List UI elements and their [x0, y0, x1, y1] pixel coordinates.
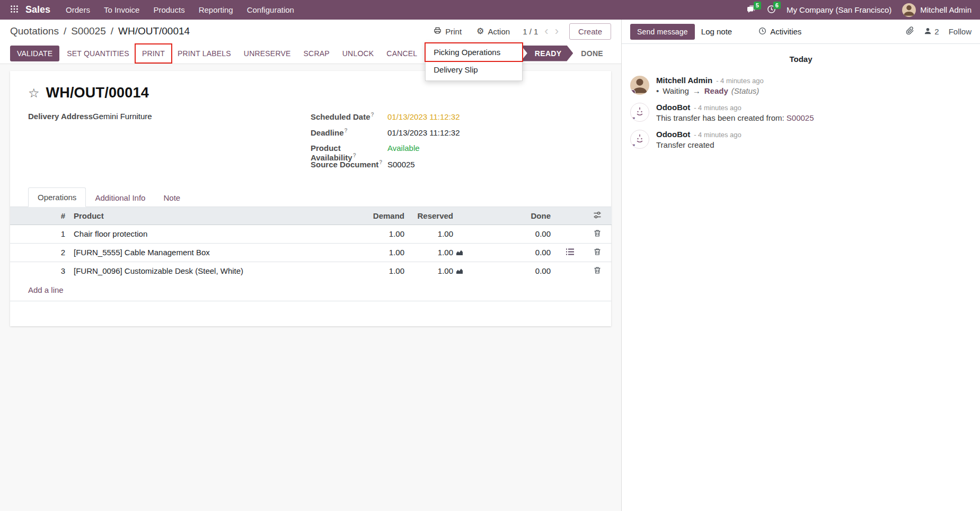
- chatter-toolbar: Send message Log note Activities: [622, 20, 980, 44]
- current-app-name[interactable]: Sales: [25, 4, 50, 15]
- col-header-num: #: [10, 207, 69, 225]
- messages-button[interactable]: 5: [747, 5, 756, 15]
- col-header-done[interactable]: Done: [470, 207, 557, 225]
- scheduled-date-label: Scheduled Date?: [311, 112, 387, 121]
- demand-cell[interactable]: 1.00: [324, 262, 409, 280]
- reserved-cell[interactable]: 1.00: [438, 229, 453, 238]
- printer-icon: [434, 26, 442, 36]
- breadcrumb-quotations[interactable]: Quotations: [10, 25, 59, 37]
- col-header-reserved[interactable]: Reserved: [409, 207, 470, 225]
- table-header-row: # Product Demand Reserved Done: [10, 207, 612, 225]
- nav-menu-to-invoice[interactable]: To Invoice: [97, 0, 147, 20]
- nav-menu-reporting[interactable]: Reporting: [192, 0, 240, 20]
- breadcrumb-sale-order[interactable]: S00025: [59, 25, 106, 37]
- status-step-ready[interactable]: READY: [521, 46, 573, 61]
- cancel-button[interactable]: CANCEL: [381, 46, 422, 61]
- print-menu-label: Print: [445, 27, 462, 36]
- breadcrumb-current: WH/OUT/00014: [106, 25, 190, 37]
- col-header-demand[interactable]: Demand: [324, 207, 409, 225]
- delete-row-icon[interactable]: [594, 266, 601, 274]
- demand-cell[interactable]: 1.00: [324, 243, 409, 262]
- product-cell[interactable]: [FURN_5555] Cable Management Box: [69, 243, 324, 262]
- deadline-value[interactable]: 01/13/2023 11:12:32: [387, 128, 460, 137]
- company-switcher[interactable]: My Company (San Francisco): [787, 5, 891, 14]
- forecast-chart-icon[interactable]: [456, 268, 463, 274]
- follow-button[interactable]: Follow: [949, 27, 972, 36]
- favorite-star-icon[interactable]: ☆: [28, 87, 40, 100]
- forecast-chart-icon[interactable]: [456, 249, 463, 256]
- reserved-cell[interactable]: 1.00: [438, 248, 453, 257]
- print-menu-button[interactable]: Print: [431, 24, 464, 39]
- chatter-panel: Send message Log note Activities: [621, 20, 980, 511]
- col-header-product[interactable]: Product: [69, 207, 324, 225]
- scrap-button[interactable]: SCRAP: [298, 46, 335, 61]
- message-author[interactable]: OdooBot: [656, 130, 690, 139]
- tracking-new-value: Ready: [704, 86, 728, 95]
- table-row[interactable]: 1 Chair floor protection 1.00 1.00 0.00: [10, 225, 612, 243]
- odoobot-avatar[interactable]: ♥: [630, 103, 649, 122]
- print-labels-button[interactable]: PRINT LABELS: [172, 46, 236, 61]
- pager-next-button[interactable]: ›: [555, 25, 559, 37]
- tracking-change: •Waiting→Ready(Status): [656, 86, 764, 95]
- table-row[interactable]: 3 [FURN_0096] Customizable Desk (Steel, …: [10, 262, 612, 280]
- date-divider: Today: [622, 55, 980, 64]
- followers-button[interactable]: 2: [924, 27, 939, 37]
- deadline-label: Deadline?: [311, 128, 387, 137]
- add-a-line-link[interactable]: Add a line: [28, 285, 64, 294]
- done-cell[interactable]: 0.00: [470, 243, 557, 262]
- activities-systray-button[interactable]: 6: [767, 5, 776, 15]
- menu-item-picking-operations[interactable]: Picking Operations: [426, 43, 522, 61]
- product-cell[interactable]: Chair floor protection: [69, 225, 324, 243]
- done-cell[interactable]: 0.00: [470, 262, 557, 280]
- create-button[interactable]: Create: [569, 23, 611, 40]
- nav-menu-products[interactable]: Products: [146, 0, 191, 20]
- optional-columns-icon[interactable]: [593, 211, 602, 219]
- message-author[interactable]: OdooBot: [656, 103, 690, 112]
- table-row[interactable]: 2 [FURN_5555] Cable Management Box 1.00 …: [10, 243, 612, 262]
- operations-table: # Product Demand Reserved Done: [10, 207, 612, 280]
- tab-operations[interactable]: Operations: [28, 187, 86, 207]
- source-document-value[interactable]: S00025: [387, 160, 415, 169]
- product-cell[interactable]: [FURN_0096] Customizable Desk (Steel, Wh…: [69, 262, 324, 280]
- help-icon: ?: [379, 159, 382, 165]
- demand-cell[interactable]: 1.00: [324, 225, 409, 243]
- scheduled-date-value[interactable]: 01/13/2023 11:12:32: [387, 112, 460, 121]
- set-quantities-button[interactable]: SET QUANTITIES: [61, 46, 135, 61]
- delete-row-icon[interactable]: [594, 248, 601, 256]
- send-message-button[interactable]: Send message: [630, 24, 695, 40]
- print-report-button[interactable]: PRINT: [137, 46, 170, 61]
- menu-item-delivery-slip[interactable]: Delivery Slip: [426, 61, 522, 78]
- tab-note[interactable]: Note: [154, 189, 189, 207]
- author-avatar[interactable]: [630, 76, 649, 95]
- status-step-done[interactable]: DONE: [573, 46, 611, 61]
- action-menu-label: Action: [488, 27, 510, 36]
- pager-previous-button[interactable]: ‹: [544, 25, 548, 37]
- delete-row-icon[interactable]: [594, 229, 601, 237]
- form-sheet: ☆ WH/OUT/00014 Delivery Address Gemini F…: [10, 71, 611, 326]
- nav-menu-orders[interactable]: Orders: [59, 0, 97, 20]
- tab-additional-info[interactable]: Additional Info: [86, 189, 154, 207]
- detailed-operations-icon[interactable]: [566, 248, 574, 255]
- validate-button[interactable]: VALIDATE: [10, 46, 59, 61]
- message-body: This transfer has been created from:S000…: [656, 113, 814, 122]
- unlock-button[interactable]: UNLOCK: [337, 46, 379, 61]
- product-availability-value: Available: [387, 144, 420, 153]
- navbar-systray: 5 6 My Company (San Francisco) Mitchell …: [747, 3, 975, 17]
- nav-menu-configuration[interactable]: Configuration: [240, 0, 301, 20]
- source-record-link[interactable]: S00025: [787, 113, 814, 122]
- done-cell[interactable]: 0.00: [470, 225, 557, 243]
- schedule-activity-label: Activities: [770, 27, 801, 36]
- reserved-cell[interactable]: 1.00: [438, 266, 453, 275]
- apps-menu-button[interactable]: [5, 0, 23, 20]
- schedule-activity-button[interactable]: Activities: [752, 23, 808, 40]
- arrow-right-icon: →: [693, 86, 701, 95]
- action-menu-button[interactable]: ⚙ Action: [474, 24, 512, 39]
- user-menu[interactable]: Mitchell Admin: [902, 3, 972, 17]
- delivery-address-value[interactable]: Gemini Furniture: [93, 112, 152, 121]
- message-author[interactable]: Mitchell Admin: [656, 76, 712, 85]
- unreserve-button[interactable]: UNRESERVE: [239, 46, 296, 61]
- odoobot-avatar[interactable]: ♥: [630, 130, 649, 149]
- attachments-button[interactable]: [906, 26, 914, 37]
- control-panel-buttons: Print Picking Operations Delivery Slip ⚙…: [431, 23, 611, 40]
- log-note-button[interactable]: Log note: [695, 23, 738, 40]
